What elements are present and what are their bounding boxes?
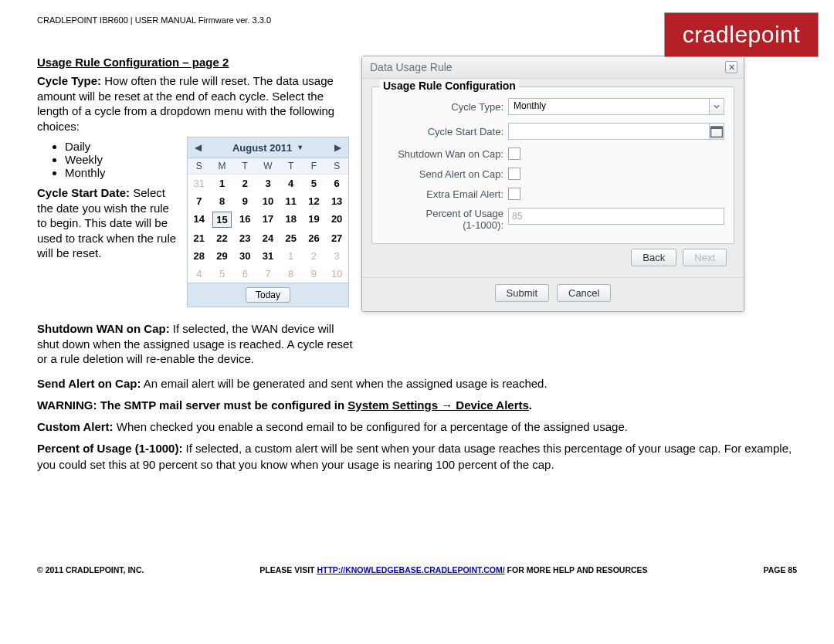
calendar-day[interactable]: 1 bbox=[280, 247, 303, 265]
calendar-day[interactable]: 13 bbox=[325, 192, 348, 210]
pou-para: Percent of Usage (1-1000): If selected, … bbox=[37, 441, 797, 473]
send-alert-text: An email alert will be generated and sen… bbox=[141, 377, 547, 390]
calendar-day[interactable]: 27 bbox=[325, 229, 348, 247]
cycle-type-field-label: Cycle Type: bbox=[381, 101, 508, 113]
calendar-dow: S bbox=[325, 158, 348, 175]
calendar-dow: S bbox=[188, 158, 211, 175]
calendar-day[interactable]: 3 bbox=[325, 247, 348, 265]
warning-prefix: WARNING: The SMTP mail server must be co… bbox=[37, 398, 348, 412]
calendar-day[interactable]: 25 bbox=[280, 229, 303, 247]
calendar-day[interactable]: 2 bbox=[303, 247, 326, 265]
bullet-weekly: Weekly bbox=[65, 153, 181, 166]
calendar-day[interactable]: 2 bbox=[233, 175, 256, 192]
svg-rect-1 bbox=[711, 127, 723, 129]
calendar-day[interactable]: 31 bbox=[256, 247, 280, 265]
footer-right: PAGE 85 bbox=[763, 565, 797, 575]
brand-logo: cradlepoint bbox=[664, 12, 819, 57]
next-month-icon[interactable]: ▶ bbox=[331, 142, 345, 153]
calendar-day[interactable]: 10 bbox=[256, 192, 280, 210]
cycle-type-select[interactable]: Monthly bbox=[508, 98, 724, 115]
bullet-daily: Daily bbox=[65, 140, 181, 153]
cycle-type-value: Monthly bbox=[508, 98, 709, 115]
warning-para: WARNING: The SMTP mail server must be co… bbox=[37, 398, 797, 413]
shutdown-field-label: Shutdown Wan on Cap: bbox=[381, 148, 508, 160]
cancel-button[interactable]: Cancel bbox=[557, 284, 611, 302]
calendar-day[interactable]: 11 bbox=[280, 192, 303, 210]
calendar-day[interactable]: 5 bbox=[211, 265, 234, 283]
usage-rule-fieldset: Usage Rule Configuration Cycle Type: Mon… bbox=[371, 86, 734, 244]
calendar-today-button[interactable]: Today bbox=[246, 287, 290, 303]
calendar-day[interactable]: 23 bbox=[233, 229, 256, 247]
calendar-day[interactable]: 17 bbox=[256, 210, 280, 229]
calendar-day[interactable]: 8 bbox=[211, 192, 234, 210]
calendar-dropdown-icon[interactable]: ▼ bbox=[297, 144, 303, 151]
send-alert-label: Send Alert on Cap: bbox=[37, 377, 141, 390]
calendar-day[interactable]: 21 bbox=[188, 229, 211, 247]
cycle-type-label: Cycle Type: bbox=[37, 74, 101, 87]
page-footer: © 2011 CRADLEPOINT, INC. PLEASE VISIT HT… bbox=[37, 565, 797, 582]
calendar-day[interactable]: 6 bbox=[233, 265, 256, 283]
submit-button[interactable]: Submit bbox=[495, 284, 549, 302]
calendar-day[interactable]: 9 bbox=[233, 192, 256, 210]
shutdown-label: Shutdown WAN on Cap: bbox=[37, 322, 170, 335]
pou-field-label: Percent of Usage(1-1000): bbox=[381, 208, 508, 231]
calendar-day[interactable]: 28 bbox=[188, 247, 211, 265]
kb-link[interactable]: HTTP://KNOWLEDGEBASE.CRADLEPOINT.COM/ bbox=[317, 565, 504, 575]
custom-alert-label: Custom Alert: bbox=[37, 420, 114, 433]
calendar-day[interactable]: 7 bbox=[256, 265, 280, 283]
pou-input[interactable] bbox=[508, 208, 724, 225]
calendar-day[interactable]: 19 bbox=[303, 210, 326, 229]
calendar-day[interactable]: 1 bbox=[211, 175, 234, 192]
extra-email-checkbox[interactable] bbox=[508, 188, 520, 200]
next-button[interactable]: Next bbox=[683, 249, 727, 266]
calendar-title[interactable]: August 2011 bbox=[232, 142, 292, 154]
cycle-bullets: Daily Weekly Monthly bbox=[65, 140, 181, 179]
usage-rule-dialog: Data Usage Rule ✕ Usage Rule Configurati… bbox=[361, 56, 744, 312]
footer-left: © 2011 CRADLEPOINT, INC. bbox=[37, 565, 144, 575]
cycle-type-para: Cycle Type: How often the rule will rese… bbox=[37, 73, 354, 134]
shutdown-checkbox[interactable] bbox=[508, 147, 520, 160]
calendar-day[interactable]: 6 bbox=[325, 175, 348, 192]
calendar-day[interactable]: 15 bbox=[211, 210, 234, 229]
calendar-day[interactable]: 22 bbox=[211, 229, 234, 247]
calendar-day[interactable]: 16 bbox=[233, 210, 256, 229]
close-icon[interactable]: ✕ bbox=[725, 61, 737, 73]
calendar-day[interactable]: 20 bbox=[325, 210, 348, 229]
calendar-day[interactable]: 29 bbox=[211, 247, 234, 265]
calendar-dow: F bbox=[303, 158, 326, 175]
cycle-start-field-label: Cycle Start Date: bbox=[381, 126, 508, 137]
calendar-dow: T bbox=[280, 158, 303, 175]
calendar-day[interactable]: 4 bbox=[280, 175, 303, 192]
calendar-day[interactable]: 12 bbox=[303, 192, 326, 210]
footer-mid: PLEASE VISIT HTTP://KNOWLEDGEBASE.CRADLE… bbox=[259, 565, 647, 575]
device-alerts-link[interactable]: System Settings → Device Alerts bbox=[348, 398, 529, 412]
calendar-dow: M bbox=[211, 158, 234, 175]
custom-alert-text: When checked you enable a second email t… bbox=[114, 420, 628, 433]
calendar-day[interactable]: 8 bbox=[280, 265, 303, 283]
back-button[interactable]: Back bbox=[631, 249, 676, 266]
cycle-start-label: Cycle Start Date: bbox=[37, 186, 130, 199]
calendar-day[interactable]: 31 bbox=[188, 175, 211, 192]
calendar-day[interactable]: 30 bbox=[233, 247, 256, 265]
calendar-day[interactable]: 10 bbox=[325, 265, 348, 283]
cycle-start-date-input[interactable] bbox=[508, 123, 724, 140]
calendar-day[interactable]: 14 bbox=[188, 210, 211, 229]
fieldset-legend: Usage Rule Configuration bbox=[380, 80, 519, 92]
pou-label: Percent of Usage (1-1000): bbox=[37, 442, 182, 455]
calendar-day[interactable]: 24 bbox=[256, 229, 280, 247]
calendar-day[interactable]: 9 bbox=[303, 265, 326, 283]
chevron-down-icon[interactable] bbox=[709, 98, 724, 115]
calendar-day[interactable]: 7 bbox=[188, 192, 211, 210]
calendar-day[interactable]: 3 bbox=[256, 175, 280, 192]
dialog-title: Data Usage Rule bbox=[370, 61, 453, 73]
prev-month-icon[interactable]: ◀ bbox=[191, 142, 205, 153]
calendar-day[interactable]: 26 bbox=[303, 229, 326, 247]
send-alert-checkbox[interactable] bbox=[508, 168, 520, 180]
custom-alert-para: Custom Alert: When checked you enable a … bbox=[37, 419, 797, 435]
bullet-monthly: Monthly bbox=[65, 166, 181, 179]
calendar-day[interactable]: 4 bbox=[188, 265, 211, 283]
section-title: Usage Rule Configuration – page 2 bbox=[37, 56, 354, 69]
calendar-icon[interactable] bbox=[709, 123, 724, 140]
calendar-day[interactable]: 5 bbox=[303, 175, 326, 192]
calendar-day[interactable]: 18 bbox=[280, 210, 303, 229]
